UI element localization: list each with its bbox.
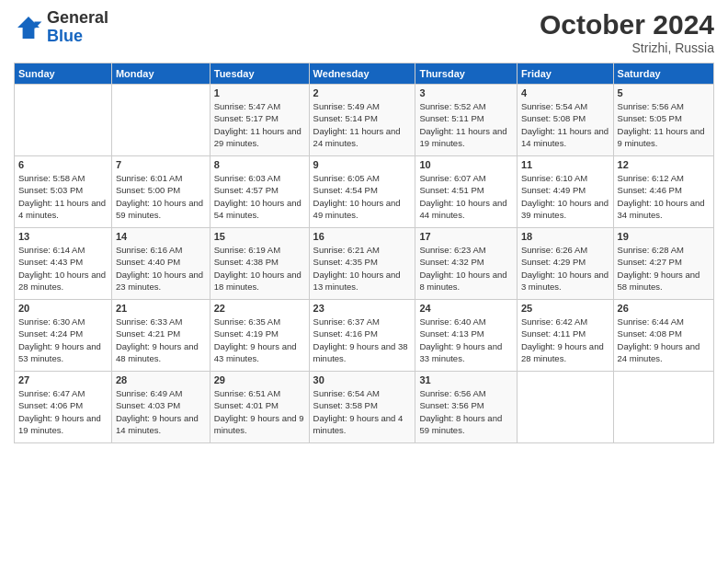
location: Strizhi, Russia [540, 40, 714, 55]
day-number: 5 [618, 87, 710, 98]
day-cell [613, 372, 713, 443]
day-cell: 30Sunrise: 6:54 AM Sunset: 3:58 PM Dayli… [309, 372, 415, 443]
day-cell: 31Sunrise: 6:56 AM Sunset: 3:56 PM Dayli… [415, 372, 518, 443]
day-cell: 16Sunrise: 6:21 AM Sunset: 4:35 PM Dayli… [309, 228, 415, 300]
day-number: 15 [214, 231, 305, 242]
day-cell: 21Sunrise: 6:33 AM Sunset: 4:21 PM Dayli… [111, 300, 210, 372]
day-cell: 25Sunrise: 6:42 AM Sunset: 4:11 PM Dayli… [517, 300, 613, 372]
day-number: 19 [618, 231, 710, 242]
day-cell: 24Sunrise: 6:40 AM Sunset: 4:13 PM Dayli… [415, 300, 518, 372]
week-row-1: 1Sunrise: 5:47 AM Sunset: 5:17 PM Daylig… [15, 85, 714, 156]
day-cell [15, 85, 112, 156]
calendar-table: SundayMondayTuesdayWednesdayThursdayFrid… [14, 63, 714, 443]
logo: General Blue [14, 9, 108, 46]
title-section: October 2024 Strizhi, Russia [540, 9, 714, 55]
header: General Blue October 2024 Strizhi, Russi… [14, 9, 714, 55]
header-row: SundayMondayTuesdayWednesdayThursdayFrid… [15, 63, 714, 85]
day-cell: 29Sunrise: 6:51 AM Sunset: 4:01 PM Dayli… [210, 372, 309, 443]
day-cell: 13Sunrise: 6:14 AM Sunset: 4:43 PM Dayli… [15, 228, 112, 300]
day-cell: 3Sunrise: 5:52 AM Sunset: 5:11 PM Daylig… [415, 85, 518, 156]
day-info: Sunrise: 5:58 AM Sunset: 5:03 PM Dayligh… [18, 172, 108, 221]
day-cell: 8Sunrise: 6:03 AM Sunset: 4:57 PM Daylig… [210, 156, 309, 228]
day-info: Sunrise: 6:40 AM Sunset: 4:13 PM Dayligh… [419, 316, 513, 364]
day-info: Sunrise: 6:28 AM Sunset: 4:27 PM Dayligh… [618, 244, 710, 293]
day-header-tuesday: Tuesday [210, 63, 309, 85]
day-info: Sunrise: 6:47 AM Sunset: 4:06 PM Dayligh… [18, 387, 108, 436]
day-info: Sunrise: 6:37 AM Sunset: 4:16 PM Dayligh… [313, 316, 412, 364]
day-number: 3 [419, 87, 513, 98]
day-number: 8 [214, 159, 305, 170]
day-number: 10 [419, 159, 513, 170]
day-number: 13 [18, 231, 108, 242]
day-cell: 28Sunrise: 6:49 AM Sunset: 4:03 PM Dayli… [111, 372, 210, 443]
day-info: Sunrise: 6:35 AM Sunset: 4:19 PM Dayligh… [214, 316, 305, 364]
svg-marker-0 [17, 17, 40, 39]
day-info: Sunrise: 6:07 AM Sunset: 4:51 PM Dayligh… [419, 172, 513, 221]
day-number: 25 [521, 303, 609, 314]
day-number: 24 [419, 303, 513, 314]
day-info: Sunrise: 5:47 AM Sunset: 5:17 PM Dayligh… [214, 100, 305, 149]
day-cell: 20Sunrise: 6:30 AM Sunset: 4:24 PM Dayli… [15, 300, 112, 372]
day-cell: 9Sunrise: 6:05 AM Sunset: 4:54 PM Daylig… [309, 156, 415, 228]
day-number: 30 [313, 374, 412, 385]
day-info: Sunrise: 6:51 AM Sunset: 4:01 PM Dayligh… [214, 387, 305, 436]
day-number: 7 [116, 159, 206, 170]
day-info: Sunrise: 6:44 AM Sunset: 4:08 PM Dayligh… [618, 316, 710, 364]
logo-general: General [47, 8, 108, 27]
day-header-monday: Monday [111, 63, 210, 85]
day-cell: 15Sunrise: 6:19 AM Sunset: 4:38 PM Dayli… [210, 228, 309, 300]
day-number: 22 [214, 303, 305, 314]
logo-text: General Blue [47, 9, 108, 46]
day-cell: 19Sunrise: 6:28 AM Sunset: 4:27 PM Dayli… [613, 228, 713, 300]
day-info: Sunrise: 6:54 AM Sunset: 3:58 PM Dayligh… [313, 387, 412, 436]
day-info: Sunrise: 6:14 AM Sunset: 4:43 PM Dayligh… [18, 244, 108, 293]
day-number: 17 [419, 231, 513, 242]
day-cell: 23Sunrise: 6:37 AM Sunset: 4:16 PM Dayli… [309, 300, 415, 372]
day-number: 20 [18, 303, 108, 314]
day-cell: 5Sunrise: 5:56 AM Sunset: 5:05 PM Daylig… [613, 85, 713, 156]
day-number: 2 [313, 87, 412, 98]
day-info: Sunrise: 6:42 AM Sunset: 4:11 PM Dayligh… [521, 316, 609, 364]
day-header-thursday: Thursday [415, 63, 518, 85]
day-number: 4 [521, 87, 609, 98]
day-number: 9 [313, 159, 412, 170]
day-number: 18 [521, 231, 609, 242]
day-header-friday: Friday [517, 63, 613, 85]
day-number: 14 [116, 231, 206, 242]
day-number: 12 [618, 159, 710, 170]
day-info: Sunrise: 6:12 AM Sunset: 4:46 PM Dayligh… [618, 172, 710, 221]
day-header-saturday: Saturday [613, 63, 713, 85]
day-number: 31 [419, 374, 513, 385]
day-number: 6 [18, 159, 108, 170]
day-number: 21 [116, 303, 206, 314]
day-info: Sunrise: 6:33 AM Sunset: 4:21 PM Dayligh… [116, 316, 206, 364]
day-cell: 7Sunrise: 6:01 AM Sunset: 5:00 PM Daylig… [111, 156, 210, 228]
day-info: Sunrise: 5:49 AM Sunset: 5:14 PM Dayligh… [313, 100, 412, 149]
day-info: Sunrise: 5:56 AM Sunset: 5:05 PM Dayligh… [618, 100, 710, 149]
day-info: Sunrise: 6:16 AM Sunset: 4:40 PM Dayligh… [116, 244, 206, 293]
day-info: Sunrise: 6:26 AM Sunset: 4:29 PM Dayligh… [521, 244, 609, 293]
logo-icon [14, 13, 43, 42]
day-info: Sunrise: 6:56 AM Sunset: 3:56 PM Dayligh… [419, 387, 513, 436]
week-row-2: 6Sunrise: 5:58 AM Sunset: 5:03 PM Daylig… [15, 156, 714, 228]
day-number: 29 [214, 374, 305, 385]
day-number: 23 [313, 303, 412, 314]
day-number: 27 [18, 374, 108, 385]
day-number: 16 [313, 231, 412, 242]
week-row-5: 27Sunrise: 6:47 AM Sunset: 4:06 PM Dayli… [15, 372, 714, 443]
day-number: 1 [214, 87, 305, 98]
day-header-wednesday: Wednesday [309, 63, 415, 85]
logo-blue: Blue [47, 27, 83, 45]
svg-marker-1 [34, 21, 41, 29]
day-info: Sunrise: 6:03 AM Sunset: 4:57 PM Dayligh… [214, 172, 305, 221]
day-number: 28 [116, 374, 206, 385]
day-cell: 22Sunrise: 6:35 AM Sunset: 4:19 PM Dayli… [210, 300, 309, 372]
day-cell: 14Sunrise: 6:16 AM Sunset: 4:40 PM Dayli… [111, 228, 210, 300]
day-number: 11 [521, 159, 609, 170]
day-cell: 26Sunrise: 6:44 AM Sunset: 4:08 PM Dayli… [613, 300, 713, 372]
day-cell: 2Sunrise: 5:49 AM Sunset: 5:14 PM Daylig… [309, 85, 415, 156]
week-row-4: 20Sunrise: 6:30 AM Sunset: 4:24 PM Dayli… [15, 300, 714, 372]
day-number: 26 [618, 303, 710, 314]
day-cell: 12Sunrise: 6:12 AM Sunset: 4:46 PM Dayli… [613, 156, 713, 228]
week-row-3: 13Sunrise: 6:14 AM Sunset: 4:43 PM Dayli… [15, 228, 714, 300]
